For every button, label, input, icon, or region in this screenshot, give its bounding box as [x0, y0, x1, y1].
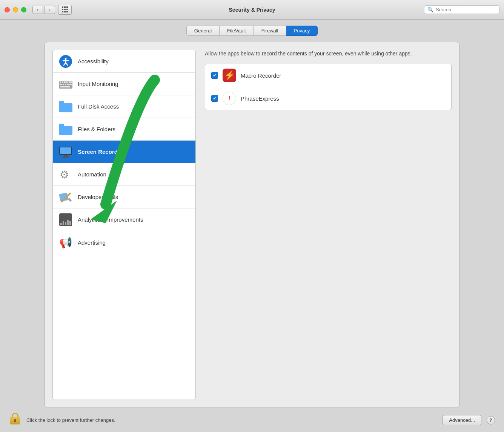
macro-recorder-icon: ⚡ [223, 69, 236, 82]
sidebar-item-analytics[interactable]: Analytics & Improvements [53, 208, 195, 231]
lock-shackle [12, 413, 18, 417]
analytics-icon [59, 213, 72, 226]
svg-rect-7 [62, 81, 63, 83]
lock-keyhole [14, 419, 16, 422]
tab-privacy[interactable]: Privacy [286, 26, 318, 36]
checkbox-macro-recorder[interactable]: ✓ [211, 72, 218, 79]
svg-rect-9 [66, 81, 68, 83]
search-icon: 🔍 [427, 7, 433, 12]
gear-icon-wrapper: ⚙ [59, 168, 72, 181]
minimize-button[interactable] [13, 7, 18, 12]
titlebar: ‹ › Security & Privacy 🔍 [0, 0, 504, 20]
svg-rect-8 [64, 81, 66, 83]
lock-body [10, 417, 20, 424]
lock-text: Click the lock to prevent further change… [26, 417, 437, 423]
folder-icon [59, 101, 72, 112]
close-button[interactable] [5, 7, 10, 12]
search-input[interactable] [436, 7, 496, 12]
tab-filevault[interactable]: FileVault [220, 26, 254, 36]
svg-rect-11 [60, 84, 62, 85]
tab-firewall[interactable]: Firewall [254, 26, 286, 36]
accessibility-icon-wrapper [59, 55, 72, 68]
svg-rect-15 [69, 84, 72, 85]
svg-rect-14 [67, 84, 69, 85]
svg-line-4 [66, 63, 68, 65]
developer-tools-icon [59, 190, 72, 204]
help-button[interactable]: ? [487, 416, 495, 424]
devtools-icon-wrapper [59, 190, 72, 204]
traffic-lights [5, 7, 26, 12]
accessibility-icon [59, 55, 72, 68]
app-item-macro-recorder: ✓ ⚡ Macro Recorder [205, 64, 451, 87]
macro-recorder-icon-wrapper: ⚡ [223, 69, 236, 82]
sidebar-label-full-disk-access: Full Disk Access [78, 103, 119, 110]
sidebar-label-accessibility: Accessibility [78, 58, 109, 64]
apps-list: ✓ ⚡ Macro Recorder ✓ [205, 64, 452, 110]
monitor-icon-wrapper [59, 145, 72, 159]
grid-button[interactable] [58, 5, 72, 15]
sidebar-item-files-folders[interactable]: Files & Folders [53, 118, 195, 141]
phraseexpress-icon: ! [223, 92, 236, 105]
maximize-button[interactable] [21, 7, 26, 12]
svg-rect-10 [69, 81, 72, 83]
folder-icon-wrapper [59, 100, 72, 113]
window-title: Security & Privacy [229, 7, 275, 13]
nav-buttons: ‹ › [32, 6, 55, 14]
app-item-phraseexpress: ✓ ! PhraseExpress [205, 87, 451, 110]
sidebar: Accessibility [52, 50, 196, 400]
sidebar-item-accessibility[interactable]: Accessibility [53, 50, 195, 73]
app-name-macro-recorder: Macro Recorder [241, 72, 281, 79]
advertising-icon: 📢 [59, 236, 72, 249]
window-panel: Accessibility [45, 42, 459, 408]
sidebar-label-screen-recording: Screen Recording [78, 149, 126, 155]
sidebar-item-advertising[interactable]: 📢 Advertising [53, 231, 195, 254]
svg-rect-16 [60, 86, 70, 87]
analytics-icon-wrapper [59, 213, 72, 227]
sidebar-label-developer-tools: Developer Tools [78, 194, 118, 200]
sidebar-item-screen-recording[interactable]: Screen Recording [53, 141, 195, 163]
svg-rect-23 [68, 198, 72, 202]
monitor-icon [59, 146, 72, 158]
advertising-icon-wrapper: 📢 [59, 236, 72, 249]
sidebar-label-input-monitoring: Input Monitoring [78, 81, 118, 87]
checkbox-phraseexpress[interactable]: ✓ [211, 95, 218, 102]
keyboard-icon [59, 80, 72, 89]
tab-bar: General FileVault Firewall Privacy [186, 26, 318, 36]
sidebar-label-analytics: Analytics & Improvements [78, 216, 143, 223]
sidebar-item-input-monitoring[interactable]: Input Monitoring [53, 73, 195, 95]
sidebar-label-advertising: Advertising [78, 239, 106, 246]
search-box[interactable]: 🔍 [424, 5, 499, 14]
sidebar-label-files-folders: Files & Folders [78, 126, 115, 132]
lock-icon[interactable] [9, 413, 21, 428]
svg-rect-18 [60, 147, 71, 154]
sidebar-label-automation: Automation [78, 171, 106, 178]
right-panel: Allow the apps below to record the conte… [196, 50, 452, 400]
sidebar-item-developer-tools[interactable]: Developer Tools [53, 186, 195, 208]
keyboard-icon-wrapper [59, 77, 72, 91]
svg-rect-13 [65, 84, 66, 85]
svg-rect-12 [63, 84, 64, 85]
svg-rect-20 [62, 156, 69, 158]
files-icon-wrapper [59, 123, 72, 136]
description-text: Allow the apps below to record the conte… [205, 50, 452, 58]
back-button[interactable]: ‹ [32, 6, 43, 14]
phraseexpress-icon-wrapper: ! [223, 92, 236, 105]
tab-general[interactable]: General [186, 26, 220, 36]
advanced-button[interactable]: Advanced... [443, 415, 481, 425]
app-name-phraseexpress: PhraseExpress [241, 95, 279, 102]
files-folder-icon [59, 124, 72, 135]
sidebar-item-automation[interactable]: ⚙ Automation [53, 163, 195, 186]
bottom-bar: Click the lock to prevent further change… [0, 408, 504, 432]
forward-button[interactable]: › [45, 6, 55, 14]
sidebar-item-full-disk-access[interactable]: Full Disk Access [53, 95, 195, 118]
svg-rect-6 [60, 81, 61, 83]
gear-icon: ⚙ [60, 169, 72, 181]
grid-icon [62, 6, 68, 13]
